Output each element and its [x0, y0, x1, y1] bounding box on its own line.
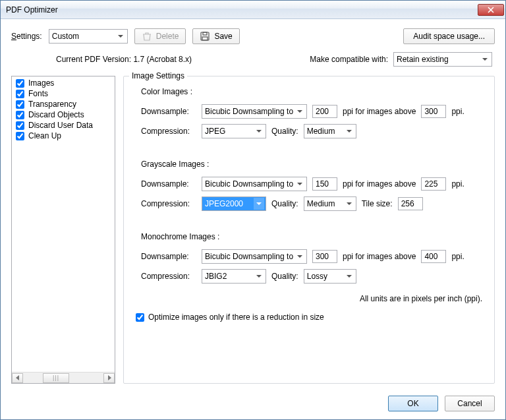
- ok-label: OK: [407, 399, 418, 408]
- sidebar-item-label: Transparency: [28, 100, 76, 109]
- mono-heading: Monochrome Images :: [141, 232, 485, 241]
- downsample-label: Downsample:: [141, 179, 196, 189]
- color-downsample-row: Downsample: Bicubic Downsampling to ppi …: [141, 104, 485, 119]
- chevron-down-icon: [295, 251, 305, 262]
- sidebar-item-label: Clean Up: [28, 131, 61, 140]
- tilesize-label: Tile size:: [362, 199, 393, 208]
- save-label: Save: [214, 32, 232, 41]
- gray-downsample-select[interactable]: Bicubic Downsampling to: [202, 177, 307, 191]
- chevron-down-icon: [115, 30, 126, 42]
- scroll-thumb[interactable]: |||: [43, 373, 69, 383]
- delete-button: Delete: [134, 28, 186, 44]
- sidebar-check-images[interactable]: [16, 79, 24, 88]
- settings-value: Custom: [52, 32, 114, 41]
- chevron-down-icon: [295, 105, 305, 117]
- color-compression-select[interactable]: JPEG: [202, 124, 266, 138]
- scroll-left-button[interactable]: [12, 373, 23, 383]
- svg-rect-2: [202, 37, 208, 40]
- content-area: Settings: Custom Delete Save Audit space…: [1, 19, 505, 419]
- color-ppi-input[interactable]: [312, 105, 337, 118]
- delete-label: Delete: [156, 32, 179, 41]
- chevron-down-icon: [344, 198, 354, 210]
- window-title: PDF Optimizer: [6, 5, 478, 15]
- gray-quality-select[interactable]: Medium: [304, 196, 356, 211]
- sidebar-item-label: Discard User Data: [28, 121, 93, 130]
- sidebar-check-clean-up[interactable]: [16, 132, 24, 140]
- chevron-down-icon: [344, 125, 354, 137]
- mono-downsample-select[interactable]: Bicubic Downsampling to: [202, 249, 307, 264]
- sidebar-item-clean-up[interactable]: Clean Up: [13, 131, 113, 141]
- titlebar: PDF Optimizer: [1, 1, 505, 19]
- sidebar-check-transparency[interactable]: [16, 100, 24, 109]
- downsample-label: Downsample:: [141, 107, 196, 116]
- mono-quality-select[interactable]: Lossy: [304, 269, 356, 284]
- gray-ppi-above-input[interactable]: [421, 177, 446, 191]
- color-downsample-select[interactable]: Bicubic Downsampling to: [202, 104, 307, 119]
- group-title: Image Settings: [129, 71, 187, 80]
- chevron-down-icon: [254, 198, 264, 210]
- color-heading: Color Images :: [141, 87, 485, 96]
- compression-label: Compression:: [141, 127, 196, 136]
- scroll-track[interactable]: |||: [23, 373, 103, 383]
- category-list: Images Fonts Transparency Discard Object…: [11, 76, 115, 384]
- optimize-only-label: Optimize images only if there is a reduc…: [148, 313, 324, 322]
- sidebar-item-label: Images: [28, 78, 54, 88]
- trash-icon: [142, 31, 152, 42]
- color-ppi-above-input[interactable]: [421, 105, 446, 118]
- sidebar-item-discard-user-data[interactable]: Discard User Data: [13, 120, 113, 131]
- gray-ppi-input[interactable]: [312, 177, 337, 191]
- quality-label: Quality:: [271, 272, 298, 281]
- sidebar-item-discard-objects[interactable]: Discard Objects: [13, 109, 113, 120]
- sidebar-item-images[interactable]: Images: [13, 78, 113, 88]
- chevron-down-icon: [295, 178, 305, 190]
- compression-label: Compression:: [141, 272, 196, 281]
- gray-downsample-row: Downsample: Bicubic Downsampling to ppi …: [141, 177, 485, 191]
- chevron-down-icon: [254, 125, 264, 137]
- optimize-only-checkbox[interactable]: [136, 313, 144, 322]
- quality-label: Quality:: [271, 127, 298, 136]
- main-area: Images Fonts Transparency Discard Object…: [11, 76, 495, 384]
- chevron-down-icon: [344, 270, 354, 282]
- sidebar-item-fonts[interactable]: Fonts: [13, 88, 113, 99]
- gray-compression-row: Compression: JPEG2000 Quality: Medium Ti…: [141, 196, 485, 211]
- gray-compression-select[interactable]: JPEG2000: [202, 196, 266, 211]
- compression-label: Compression:: [141, 199, 196, 208]
- sidebar-item-transparency[interactable]: Transparency: [13, 99, 113, 109]
- optimize-only-row[interactable]: Optimize images only if there is a reduc…: [136, 313, 485, 322]
- cancel-label: Cancel: [457, 399, 482, 408]
- save-icon: [200, 31, 210, 42]
- compat-select[interactable]: Retain existing: [393, 52, 492, 67]
- settings-label: Settings:: [11, 32, 42, 41]
- pdf-optimizer-window: PDF Optimizer Settings: Custom Delete Sa…: [0, 0, 506, 420]
- close-button[interactable]: [478, 4, 504, 16]
- audit-button[interactable]: Audit space usage...: [403, 28, 495, 44]
- category-list-items: Images Fonts Transparency Discard Object…: [12, 76, 115, 372]
- mono-compression-select[interactable]: JBIG2: [202, 269, 266, 284]
- ppi-unit: ppi.: [451, 252, 464, 261]
- gray-tilesize-input[interactable]: [398, 197, 423, 210]
- downsample-label: Downsample:: [141, 252, 196, 261]
- compat-label: Make compatible with:: [310, 55, 388, 64]
- chevron-down-icon: [254, 270, 264, 282]
- above-label: ppi for images above: [343, 107, 416, 116]
- cancel-button[interactable]: Cancel: [445, 396, 495, 411]
- sidebar-check-discard-user-data[interactable]: [16, 121, 24, 130]
- sidebar-check-discard-objects[interactable]: [16, 111, 24, 119]
- color-quality-select[interactable]: Medium: [304, 124, 356, 138]
- chevron-down-icon: [480, 53, 490, 65]
- sidebar-check-fonts[interactable]: [16, 90, 24, 98]
- color-compression-row: Compression: JPEG Quality: Medium: [141, 124, 485, 138]
- sidebar-item-label: Discard Objects: [28, 110, 84, 119]
- ok-button[interactable]: OK: [388, 396, 438, 411]
- mono-ppi-above-input[interactable]: [421, 250, 446, 263]
- dialog-footer: OK Cancel: [11, 384, 495, 411]
- sidebar-h-scrollbar[interactable]: |||: [12, 372, 115, 383]
- mono-ppi-input[interactable]: [312, 250, 337, 263]
- scroll-right-button[interactable]: [103, 373, 115, 383]
- sidebar-item-label: Fonts: [28, 89, 48, 98]
- settings-select[interactable]: Custom: [49, 29, 128, 44]
- save-button[interactable]: Save: [192, 28, 239, 44]
- close-icon: [488, 7, 494, 13]
- units-note: All units are in pixels per inch (ppi).: [133, 294, 482, 303]
- mono-compression-row: Compression: JBIG2 Quality: Lossy: [141, 269, 485, 284]
